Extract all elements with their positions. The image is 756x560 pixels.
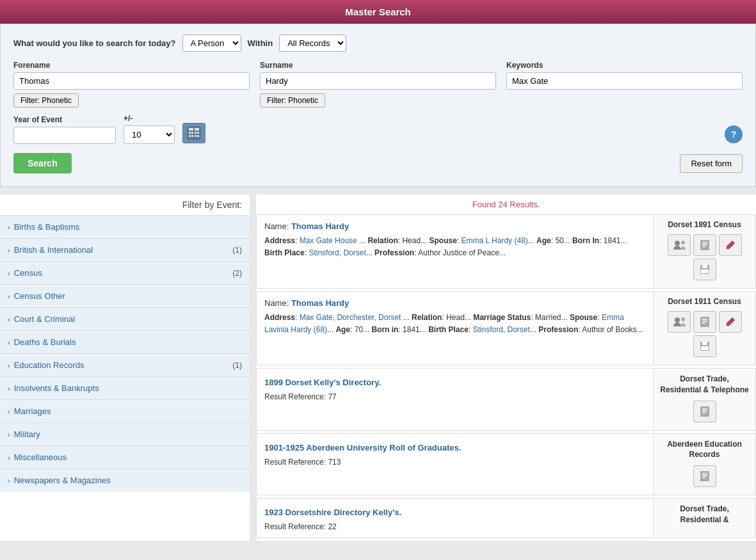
person-select[interactable]: A Person [182, 35, 241, 52]
year-input[interactable] [13, 127, 116, 144]
edit-icon[interactable] [719, 234, 742, 256]
sidebar-item-label: Miscellaneous [14, 452, 67, 462]
edit-icon[interactable] [719, 311, 742, 333]
sidebar-item-births[interactable]: › Births & Baptisms [0, 215, 250, 238]
forename-group: Forename Filter: Phonetic [13, 61, 250, 108]
plus-minus-select[interactable]: 10 [124, 125, 175, 144]
reset-button[interactable]: Reset form [680, 154, 743, 173]
result-link[interactable]: 1923 Dorsetshire Directory Kelly's. [264, 508, 401, 517]
item-count: (1) [232, 361, 242, 370]
sidebar-item-insolvents[interactable]: › Insolvents & Bankrupts [0, 376, 250, 399]
year-group: Year of Event [13, 115, 116, 144]
result-ref: Result Reference: 713 [264, 458, 645, 467]
chevron-icon: › [8, 431, 10, 438]
table-row: 1923 Dorsetshire Directory Kelly's. Resu… [256, 498, 756, 538]
calculator-btn[interactable] [182, 123, 205, 143]
page-title: Master Search [345, 6, 411, 17]
view-record-icon[interactable] [693, 311, 716, 333]
svg-rect-33 [700, 471, 709, 481]
chevron-icon: › [8, 223, 10, 231]
year-label: Year of Event [13, 115, 116, 124]
result-side: Aberdeen Education Records [653, 434, 755, 495]
forename-input[interactable] [13, 72, 250, 90]
side-title: Dorset Trade, Residential & [659, 504, 750, 525]
sidebar-item-miscellaneous[interactable]: › Miscellaneous [0, 445, 250, 468]
svg-rect-27 [702, 342, 707, 345]
results-count: Found 24 Results. [472, 200, 540, 209]
view-record-icon[interactable] [693, 465, 716, 487]
chevron-icon: › [8, 477, 10, 484]
chevron-icon: › [8, 339, 10, 346]
result-link[interactable]: 1899 Dorset Kelly's Directory. [264, 378, 381, 387]
sidebar: Filter by Event: › Births & Baptisms › B… [0, 195, 250, 541]
svg-rect-19 [701, 269, 709, 273]
forename-label: Forename [13, 61, 250, 70]
svg-rect-7 [189, 135, 191, 137]
result-side: Dorset Trade, Residential & Telephone [653, 369, 755, 430]
sidebar-item-marriages[interactable]: › Marriages [0, 399, 250, 422]
main-content: Filter by Event: › Births & Baptisms › B… [0, 195, 756, 541]
chevron-icon: › [8, 316, 10, 323]
keywords-label: Keywords [506, 61, 743, 70]
svg-point-12 [681, 241, 685, 244]
view-record-icon[interactable] [693, 234, 716, 256]
sidebar-item-deaths[interactable]: › Deaths & Burials [0, 330, 250, 353]
item-count: (1) [232, 246, 242, 255]
chevron-icon: › [8, 292, 10, 300]
svg-rect-2 [195, 128, 199, 131]
forename-filter-btn[interactable]: Filter: Phonetic [13, 93, 79, 108]
svg-rect-1 [189, 128, 193, 131]
sidebar-item-label: Census [14, 268, 42, 278]
search-button[interactable]: Search [13, 153, 72, 173]
view-people-icon[interactable] [668, 311, 691, 333]
search-panel: What would you like to search for today?… [0, 24, 756, 187]
svg-rect-22 [700, 317, 709, 327]
chevron-icon: › [8, 408, 10, 415]
side-title: Aberdeen Education Records [659, 439, 750, 461]
sidebar-item-label: Insolvents & Bankrupts [14, 383, 99, 393]
plus-minus-group: +/- 10 [124, 114, 175, 144]
sidebar-item-label: Military [14, 429, 40, 439]
view-record-icon[interactable] [693, 401, 716, 422]
keywords-input[interactable] [506, 72, 743, 90]
item-count: (2) [232, 269, 242, 278]
svg-rect-6 [197, 132, 199, 134]
chevron-icon: › [8, 385, 10, 392]
result-ref: Result Reference: 77 [264, 392, 645, 401]
page-header: Master Search [0, 0, 756, 24]
svg-point-11 [675, 241, 680, 246]
result-link[interactable]: 1901-1925 Aberdeen University Roll of Gr… [264, 443, 461, 452]
svg-point-21 [681, 317, 685, 321]
view-people-icon[interactable] [668, 234, 691, 256]
svg-rect-28 [701, 346, 709, 350]
name-value: Thomas Hardy [291, 221, 349, 231]
within-select[interactable]: All Records [279, 35, 346, 52]
result-detail: Address: Max Gate House ... Relation: He… [264, 235, 645, 259]
chevron-icon: › [8, 246, 10, 254]
chevron-icon: › [8, 454, 10, 461]
result-side: Dorset 1911 Census [653, 292, 755, 365]
sidebar-item-label: Education Records [14, 360, 84, 370]
sidebar-item-education[interactable]: › Education Records (1) [0, 353, 250, 376]
table-row: 1901-1925 Aberdeen University Roll of Gr… [256, 433, 756, 496]
surname-filter-btn[interactable]: Filter: Phonetic [260, 93, 325, 108]
sidebar-item-census[interactable]: › Census (2) [0, 261, 250, 284]
save-icon[interactable] [693, 259, 716, 280]
sidebar-item-british[interactable]: › British & International (1) [0, 238, 250, 261]
help-btn[interactable]: ? [725, 125, 743, 143]
sidebar-item-court[interactable]: › Court & Criminal [0, 307, 250, 330]
sidebar-item-census-other[interactable]: › Census Other [0, 284, 250, 307]
sidebar-item-military[interactable]: › Military [0, 422, 250, 445]
results-panel: Found 24 Results. Name: Thomas Hardy Add… [256, 195, 756, 541]
save-icon[interactable] [693, 335, 716, 357]
keywords-group: Keywords [506, 61, 743, 108]
table-row: 1899 Dorset Kelly's Directory. Result Re… [256, 368, 756, 431]
surname-group: Surname Filter: Phonetic [260, 61, 496, 108]
sidebar-item-newspapers[interactable]: › Newspapers & Magazines [0, 468, 250, 492]
result-detail: Address: Max Gate, Dorchester, Dorset ..… [264, 312, 645, 336]
svg-rect-18 [702, 265, 707, 268]
name-label: Name [264, 298, 287, 308]
chevron-icon: › [8, 362, 10, 369]
surname-input[interactable] [260, 72, 496, 90]
sidebar-item-label: Newspapers & Magazines [14, 476, 111, 485]
